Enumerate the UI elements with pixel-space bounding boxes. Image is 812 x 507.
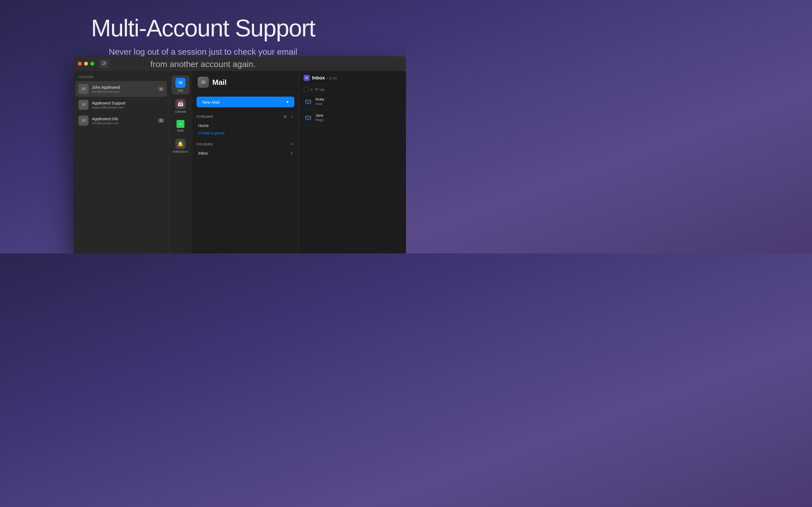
- accounts-sidebar: Accounts ✉ John Appleseed john@example.c…: [73, 71, 169, 253]
- folders-label: FOLDERS: [197, 143, 213, 146]
- streams-actions: ⚙ ＋: [283, 114, 294, 120]
- accounts-section-label: Accounts: [73, 71, 169, 81]
- hero-section: Multi-Account Support Never log out of a…: [0, 0, 406, 70]
- account-info-info: Appleseed Info info@example.com: [92, 117, 154, 125]
- account-email-john: john@example.com: [92, 90, 154, 93]
- calendar-nav-label: Calendar: [175, 110, 186, 113]
- nav-tasks[interactable]: ✓ Tasks: [171, 118, 190, 134]
- streams-label: STREAMS: [197, 115, 213, 118]
- account-name-support: Appleseed Support: [92, 101, 164, 105]
- mail-panel-header: ✉ Mail: [192, 71, 299, 93]
- account-badge-john: 2: [158, 87, 164, 91]
- create-group-link[interactable]: Create a group: [197, 129, 294, 136]
- account-name-john: John Appleseed: [92, 85, 154, 90]
- stream-item-home[interactable]: Home: [197, 122, 294, 129]
- folders-section: FOLDERS ＋ Inbox 2: [192, 138, 299, 158]
- message-avatar-1: [304, 113, 313, 122]
- tasks-nav-label: Tasks: [177, 129, 184, 132]
- folder-name-inbox: Inbox: [198, 151, 208, 156]
- message-preview-1: Rega: [315, 118, 402, 122]
- message-sender-0: Robe: [315, 97, 402, 101]
- account-badge-info: 3: [158, 118, 164, 123]
- nav-notifications[interactable]: 🔔 Notifications: [171, 136, 190, 156]
- streams-settings-button[interactable]: ⚙: [283, 114, 288, 120]
- account-avatar-info: ✉: [79, 115, 89, 126]
- envelope-icon: ✉: [82, 86, 86, 92]
- account-email-support: support@example.com: [92, 106, 164, 109]
- message-item-1[interactable]: Jane Rega: [299, 110, 406, 126]
- message-sender-1: Jane: [315, 113, 402, 117]
- app-window: Accounts ✉ John Appleseed john@example.c…: [73, 56, 406, 253]
- notif-nav-icon: 🔔: [175, 139, 186, 149]
- account-item-info[interactable]: ✉ Appleseed Info info@example.com 3: [73, 113, 169, 128]
- select-all-checkbox[interactable]: [304, 87, 309, 92]
- mail-nav-label: Mail: [178, 89, 183, 92]
- message-list-header: M Inbox • 2 Un: [299, 71, 406, 86]
- notif-nav-label: Notifications: [173, 150, 188, 153]
- folder-item-inbox[interactable]: Inbox 2: [197, 149, 294, 157]
- new-mail-button[interactable]: New Mail ▾: [197, 97, 294, 107]
- folder-add-button[interactable]: ＋: [290, 141, 294, 147]
- account-info-support: Appleseed Support support@example.com: [92, 101, 164, 109]
- account-info-john: John Appleseed john@example.com: [92, 85, 154, 93]
- streams-add-button[interactable]: ＋: [289, 114, 294, 120]
- message-avatar-0: [304, 97, 313, 106]
- hero-title: Multi-Account Support: [0, 15, 406, 41]
- envelope-icon-2: ✉: [82, 102, 86, 108]
- message-item-0[interactable]: Robe How: [299, 94, 406, 110]
- filter-button[interactable]: Vie: [315, 88, 325, 92]
- svg-rect-2: [306, 116, 311, 120]
- hero-subtitle: Never log out of a session just to check…: [104, 46, 302, 70]
- message-content-0: Robe How: [315, 97, 402, 106]
- nav-mail[interactable]: ✉ Mail: [171, 75, 190, 94]
- message-list-app-icon: M: [304, 75, 310, 81]
- message-list-toolbar: ▾ Vie: [299, 86, 406, 94]
- message-preview-0: How: [315, 102, 402, 106]
- message-list-panel: M Inbox • 2 Un ▾ Vie: [299, 71, 406, 253]
- unread-count: • 2 Un: [327, 76, 337, 80]
- calendar-nav-icon: 📅: [175, 99, 186, 109]
- mail-panel-sidebar: ✉ Mail New Mail ▾ STREAMS ⚙ ＋: [192, 71, 299, 253]
- mail-nav-icon: ✉: [175, 78, 186, 88]
- mail-panel-title: Mail: [212, 78, 227, 87]
- streams-section: STREAMS ⚙ ＋ Home Create a group: [192, 111, 299, 138]
- streams-header: STREAMS ⚙ ＋: [197, 114, 294, 120]
- filter-label: Vie: [319, 88, 325, 92]
- svg-rect-1: [306, 100, 311, 104]
- message-content-1: Jane Rega: [315, 113, 402, 122]
- window-body: Accounts ✉ John Appleseed john@example.c…: [73, 71, 406, 253]
- account-avatar-support: ✉: [79, 100, 89, 110]
- envelope-icon-3: ✉: [82, 117, 86, 124]
- account-item-john[interactable]: ✉ John Appleseed john@example.com 2: [75, 81, 167, 97]
- inbox-title: Inbox: [312, 75, 325, 81]
- account-item-support[interactable]: ✉ Appleseed Support support@example.com: [73, 97, 169, 113]
- account-avatar-john: ✉: [79, 84, 89, 94]
- mail-app-icon: ✉: [198, 76, 209, 88]
- nav-calendar[interactable]: 📅 Calendar: [171, 97, 190, 115]
- new-mail-row: New Mail ▾: [192, 93, 299, 111]
- folders-header: FOLDERS ＋: [197, 141, 294, 147]
- folder-count-inbox: 2: [291, 151, 293, 156]
- account-email-info: info@example.com: [92, 121, 154, 125]
- account-name-info: Appleseed Info: [92, 117, 154, 121]
- nav-icons-sidebar: ✉ Mail 📅 Calendar ✓ Tasks 🔔 Not: [169, 71, 192, 253]
- tasks-nav-icon: ✓: [176, 120, 185, 128]
